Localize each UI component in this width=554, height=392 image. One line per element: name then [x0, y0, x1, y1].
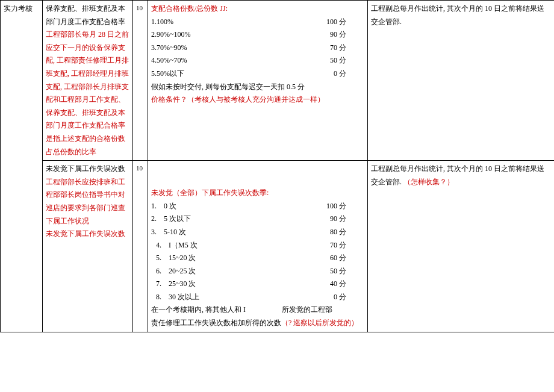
score-item: 3. 5-10 次80 分 [151, 226, 364, 239]
score-label: 7. 25~30 次 [156, 278, 196, 291]
score-label: 3.70%~90% [151, 42, 187, 55]
score-value: 50 分 [330, 54, 346, 67]
score-label: 1.100% [151, 16, 173, 29]
remark-question: （怎样收集？） [403, 178, 454, 186]
score-item: 2. 5 次以下90 分 [151, 213, 364, 226]
score-value: 0 分 [334, 291, 346, 304]
criteria-cell: 未发觉下属工作失误次数 工程部部长应按排班和工程部部长岗位指导书中对巡店的要求到… [43, 161, 133, 332]
score-item: 7. 25~30 次40 分 [151, 278, 364, 291]
scoring-note: 在一个考核期内, 将其他人和 I 所发觉的工程部 [151, 303, 364, 317]
assessment-table: 实力考核 保养支配、排班支配及本部门月度工作支配合格率 工程部部长每月 28 日… [0, 0, 554, 332]
criteria-cell: 保养支配、排班支配及本部门月度工作支配合格率 工程部部长每月 28 日之前应交下… [43, 1, 133, 161]
score-value: 0 分 [334, 67, 346, 81]
score-label: 1. 0 次 [151, 200, 176, 213]
scoring-title: 支配合格份数/总份数 JJ: [151, 2, 364, 16]
scoring-condition: 价格条件？（考核人与被考核人充分沟通并达成一样） [151, 93, 364, 107]
scoring-title: 未发觉（全部）下属工作失误次数季: [151, 187, 364, 200]
score-value: 80 分 [330, 226, 346, 239]
weight-value: 10 [136, 164, 143, 172]
score-value: 70 分 [330, 42, 346, 55]
score-value: 90 分 [330, 213, 346, 226]
score-label: 3. 5-10 次 [151, 226, 186, 239]
criteria-detail: 工程部部长每月 28 日之前应交下一月的设备保养支配, 工程部责任修理工月排班支… [46, 30, 129, 155]
scoring-note2: 责任修理工工作失误次数相加所得的次数（? 巡察以后所发觉的） [151, 317, 364, 330]
score-label: 5. 15~20 次 [156, 252, 196, 265]
category-cell: 实力考核 [1, 1, 43, 332]
score-label: 8. 30 次以上 [156, 291, 199, 304]
remark-cell: 工程副总每月作出统计, 其次个月的 10 日之前将结果送交企管部. [368, 1, 555, 161]
score-value: 40 分 [330, 278, 346, 291]
score-item: 4. I（M5 次70 分 [151, 239, 364, 252]
table-row: 未发觉下属工作失误次数 工程部部长应按排班和工程部部长岗位指导书中对巡店的要求到… [1, 161, 555, 332]
scoring-cell: 未发觉（全部）下属工作失误次数季: 1. 0 次100 分 2. 5 次以下90… [148, 161, 368, 332]
remark-text: 工程副总每月作出统计, 其次个月的 10 日之前将结果送交企管部. [371, 164, 544, 186]
score-value: 50 分 [330, 265, 346, 278]
score-value: 100 分 [326, 200, 346, 213]
note-question: （? 巡察以后所发觉的） [281, 319, 358, 327]
score-item: 4.50%~70%50 分 [151, 54, 364, 67]
score-item: 5.50%以下0 分 [151, 67, 364, 81]
score-label: 6. 20~25 次 [156, 265, 196, 278]
scoring-cell: 支配合格份数/总份数 JJ: 1.100%100 分 2.90%~100%90 … [148, 1, 368, 161]
weight-cell: 10 [133, 161, 148, 332]
criteria-detail: 工程部部长应按排班和工程部部长岗位指导书中对巡店的要求到各部门巡查下属工作状况 [46, 178, 125, 225]
score-item: 5. 15~20 次60 分 [151, 252, 364, 265]
score-item: 6. 20~25 次50 分 [151, 265, 364, 278]
scoring-note: 假如未按时交付, 则每份支配每迟交一天扣 0.5 分 [151, 81, 364, 94]
score-label: 2. 5 次以下 [151, 213, 191, 226]
criteria-title: 保养支配、排班支配及本部门月度工作支配合格率 [46, 4, 125, 26]
score-value: 70 分 [330, 239, 346, 252]
weight-value: 10 [136, 4, 143, 11]
score-label: 4. I（M5 次 [156, 239, 198, 252]
criteria-title: 未发觉下属工作失误次数 [46, 163, 129, 176]
note-text: 责任修理工工作失误次数相加所得的次数 [151, 319, 281, 327]
score-label: 4.50%~70% [151, 54, 187, 67]
score-label: 5.50%以下 [151, 67, 184, 81]
score-item: 2.90%~100%90 分 [151, 28, 364, 42]
criteria-detail2: 未发觉下属工作失误次数 [46, 228, 129, 241]
table-row: 实力考核 保养支配、排班支配及本部门月度工作支配合格率 工程部部长每月 28 日… [1, 1, 555, 161]
remark-cell: 工程副总每月作出统计, 其次个月的 10 日之前将结果送交企管部. （怎样收集？… [368, 161, 555, 332]
score-value: 90 分 [330, 28, 346, 42]
weight-cell: 10 [133, 1, 148, 161]
score-value: 60 分 [330, 252, 346, 265]
score-value: 100 分 [326, 16, 346, 29]
score-item: 3.70%~90%70 分 [151, 42, 364, 55]
score-item: 8. 30 次以上0 分 [151, 291, 364, 304]
score-item: 1.100%100 分 [151, 16, 364, 29]
score-item: 1. 0 次100 分 [151, 200, 364, 213]
score-label: 2.90%~100% [151, 28, 190, 42]
